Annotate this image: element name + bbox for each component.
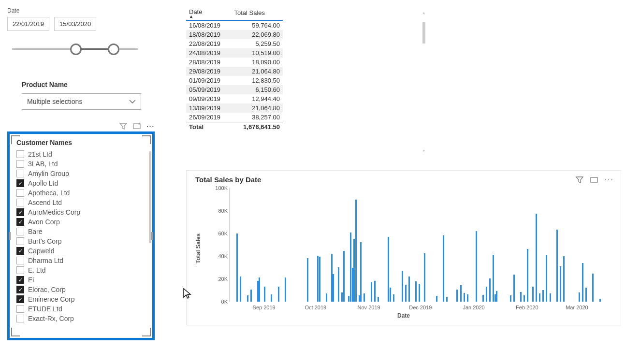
chart-bar[interactable]	[527, 249, 528, 301]
chart-bar[interactable]	[355, 200, 357, 301]
chart-bar[interactable]	[278, 287, 279, 301]
checkbox[interactable]	[16, 179, 24, 187]
chart-bar[interactable]	[326, 293, 327, 302]
chart-bar[interactable]	[343, 251, 345, 301]
chart-bar[interactable]	[240, 277, 241, 302]
chart-bar[interactable]	[250, 290, 252, 302]
customer-item[interactable]: ETUDE Ltd	[16, 304, 145, 314]
slider-thumb-to[interactable]	[108, 44, 119, 55]
customer-item[interactable]: Ascend Ltd	[16, 198, 145, 207]
filter-icon[interactable]	[119, 123, 127, 130]
chart-bar[interactable]	[513, 275, 515, 301]
selection-handle[interactable]	[142, 135, 151, 144]
table-row[interactable]: 01/09/201912,830.50	[186, 76, 283, 85]
checkbox[interactable]	[16, 266, 24, 274]
chart-bar[interactable]	[371, 282, 372, 301]
date-to-input[interactable]: 15/03/2020	[54, 17, 96, 31]
checkbox[interactable]	[16, 228, 24, 235]
chart-bar[interactable]	[378, 297, 379, 301]
date-range-slider[interactable]	[12, 40, 138, 59]
table-scrollbar[interactable]: ˄ ˅	[420, 12, 428, 157]
chart-bar[interactable]	[390, 288, 391, 302]
customer-item[interactable]: Elorac, Corp	[16, 285, 145, 294]
table-row[interactable]: 09/09/201912,944.40	[186, 94, 283, 103]
chart-bar[interactable]	[348, 296, 349, 301]
selection-handle[interactable]	[11, 135, 20, 144]
chart-bar[interactable]	[546, 255, 547, 301]
chart-bar[interactable]	[592, 274, 594, 302]
chart-bar[interactable]	[259, 277, 260, 302]
chart-bar[interactable]	[456, 290, 458, 302]
customer-item[interactable]: E. Ltd	[16, 265, 145, 275]
chart-bar[interactable]	[496, 291, 497, 301]
chart-bar[interactable]	[317, 256, 319, 301]
chart-bar[interactable]	[405, 285, 407, 301]
chart-bar[interactable]	[560, 266, 561, 301]
scrollbar-thumb[interactable]	[149, 151, 151, 243]
customer-item[interactable]: Apollo Ltd	[16, 178, 145, 188]
customer-slicer-visual[interactable]: Customer Names 21st Ltd3LAB, LtdAmylin G…	[7, 131, 155, 340]
checkbox[interactable]	[16, 199, 24, 206]
table-row[interactable]: 26/09/201938,257.00	[186, 113, 283, 122]
date-from-input[interactable]: 22/01/2019	[7, 17, 49, 31]
chart-bar[interactable]	[532, 287, 534, 302]
table-row[interactable]: 28/08/201918,090.00	[186, 58, 283, 67]
chart-bar[interactable]	[446, 297, 448, 302]
chart-bar[interactable]	[338, 267, 339, 302]
chart-bar[interactable]	[415, 281, 417, 302]
customer-item[interactable]: AuroMedics Corp	[16, 207, 145, 217]
chart-bar[interactable]	[460, 285, 462, 301]
table-row[interactable]: 29/08/201921,064.80	[186, 67, 283, 76]
checkbox[interactable]	[16, 150, 24, 158]
chart-bar[interactable]	[579, 292, 580, 302]
chart-bar[interactable]	[364, 293, 365, 301]
scroll-down-icon[interactable]: ˅	[420, 149, 428, 157]
focus-mode-icon[interactable]	[133, 123, 141, 130]
chart-bar[interactable]	[482, 295, 484, 301]
chart-bar[interactable]	[493, 255, 494, 301]
chart-bar[interactable]	[271, 294, 272, 301]
chart-bar[interactable]	[333, 274, 334, 301]
chart-bar[interactable]	[341, 292, 343, 302]
table-col-date[interactable]: Date ▲	[186, 7, 231, 20]
chart-bar[interactable]	[599, 299, 601, 302]
chart-bar[interactable]	[285, 277, 286, 302]
customer-item[interactable]: Avon Corp	[16, 217, 145, 227]
chart-bar[interactable]	[247, 295, 248, 301]
chart-bar[interactable]	[350, 233, 351, 302]
chart-bar[interactable]	[495, 294, 496, 302]
chart-bar[interactable]	[374, 281, 376, 302]
chart-bar[interactable]	[486, 287, 487, 301]
checkbox[interactable]	[16, 160, 24, 168]
chart-bar[interactable]	[582, 263, 583, 301]
table-row[interactable]: 05/09/20196,150.60	[186, 85, 283, 94]
focus-mode-icon[interactable]	[590, 176, 598, 183]
chart-bar[interactable]	[359, 295, 360, 301]
chart-plot-area[interactable]: 0K20K40K60K80K100KSep 2019Oct 2019Nov 20…	[229, 188, 610, 302]
chart-bar[interactable]	[257, 281, 259, 302]
checkbox[interactable]	[16, 276, 24, 284]
customer-item[interactable]: Dharma Ltd	[16, 256, 145, 265]
checkbox[interactable]	[16, 189, 24, 197]
chart-bar[interactable]	[536, 214, 537, 302]
checkbox[interactable]	[16, 295, 24, 303]
chart-bar[interactable]	[550, 293, 551, 301]
chart-bar[interactable]	[331, 254, 333, 301]
checkbox[interactable]	[16, 237, 24, 245]
chart-bar[interactable]	[542, 290, 544, 301]
customer-item[interactable]: 3LAB, Ltd	[16, 159, 145, 169]
checkbox[interactable]	[16, 257, 24, 264]
checkbox[interactable]	[16, 305, 24, 313]
table-col-total-sales[interactable]: Total Sales	[231, 7, 283, 20]
customer-item[interactable]: 21st Ltd	[16, 149, 145, 159]
chart-bar[interactable]	[388, 237, 389, 301]
chart-bar[interactable]	[539, 293, 540, 301]
customer-item[interactable]: Exact-Rx, Corp	[16, 314, 145, 323]
customer-item[interactable]: Bare	[16, 227, 145, 236]
customer-item[interactable]: Burt's Corp	[16, 236, 145, 246]
checkbox[interactable]	[16, 315, 24, 322]
scrollbar-thumb[interactable]	[422, 22, 425, 44]
chart-bar[interactable]	[424, 253, 425, 302]
chart-bar[interactable]	[236, 233, 238, 301]
chart-bar[interactable]	[264, 287, 265, 301]
